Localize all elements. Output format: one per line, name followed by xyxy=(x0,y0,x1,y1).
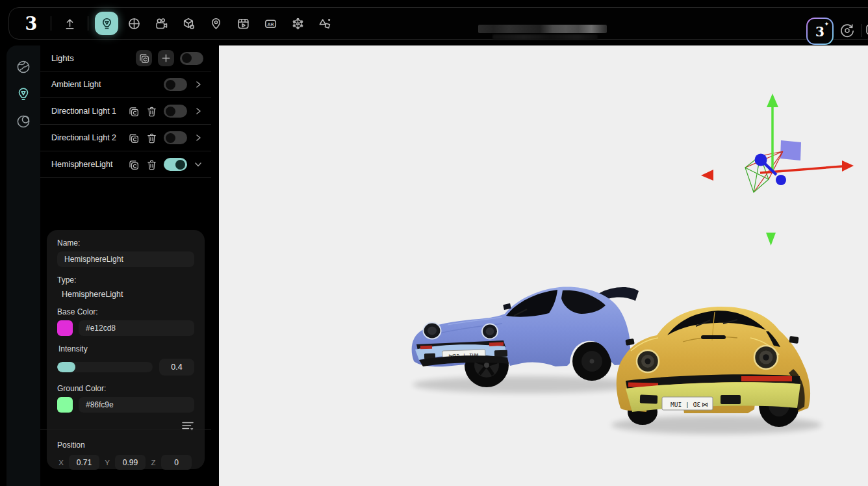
plus-icon xyxy=(160,52,172,64)
left-rail xyxy=(6,45,40,486)
light-row-hemisphere[interactable]: HemisphereLight xyxy=(40,151,211,178)
headlight xyxy=(424,323,441,339)
z-axis-label: Z xyxy=(149,459,157,467)
light-name-input[interactable]: HemisphereLight xyxy=(57,251,194,267)
reflector xyxy=(420,346,432,350)
location-tool-button[interactable] xyxy=(204,12,227,35)
all-lights-toggle[interactable] xyxy=(180,52,203,65)
toolbar-divider xyxy=(88,16,88,31)
y-axis-label: Y xyxy=(103,459,111,467)
name-label: Name: xyxy=(57,238,194,248)
fog-light xyxy=(721,395,741,404)
copy-icon[interactable] xyxy=(127,159,140,171)
panel-separator xyxy=(40,429,211,430)
gizmo-node[interactable] xyxy=(755,154,767,166)
chevron-down-icon[interactable] xyxy=(193,159,203,170)
model-settings-tool-button[interactable] xyxy=(177,12,200,35)
copy-icon[interactable] xyxy=(127,105,140,118)
copy-all-lights-button[interactable] xyxy=(136,50,152,66)
directional-light-2-toggle[interactable] xyxy=(164,131,187,144)
intensity-value-input[interactable]: 0.4 xyxy=(159,359,194,376)
rail-environment-button[interactable] xyxy=(6,53,40,81)
directional-light-1-toggle[interactable] xyxy=(164,105,187,118)
ground-color-input[interactable]: #86fc9e xyxy=(79,397,194,413)
ai-assistant-button[interactable]: 3 ✦ xyxy=(806,18,834,45)
position-y-input[interactable]: 0.99 xyxy=(115,455,146,470)
environment-tool-button[interactable] xyxy=(122,12,146,35)
lightbulb-icon xyxy=(16,86,31,102)
sync-button[interactable] xyxy=(839,22,856,39)
main-toolbar: 3 xyxy=(8,7,868,40)
video-player-icon xyxy=(236,17,250,31)
media-tool-button[interactable] xyxy=(231,12,255,35)
headlight xyxy=(482,324,498,339)
light-row-directional-1[interactable]: Directional Light 1 xyxy=(40,98,211,125)
base-color-swatch[interactable] xyxy=(57,320,73,336)
trash-icon[interactable] xyxy=(146,159,158,171)
gizmo-node[interactable] xyxy=(776,175,786,185)
light-row-directional-2[interactable]: Directional Light 2 xyxy=(40,125,211,151)
top-bar: 3 xyxy=(0,0,868,45)
lights-tool-button[interactable] xyxy=(95,12,118,35)
hood-vent xyxy=(701,335,726,339)
ar-badge-icon: AR xyxy=(264,17,277,31)
position-z-input[interactable]: 0 xyxy=(161,455,192,470)
plate-text: 3D | IUM xyxy=(670,401,700,408)
copy-icon[interactable] xyxy=(127,132,140,144)
options-lines-icon[interactable] xyxy=(181,420,194,432)
position-x-input[interactable]: 0.71 xyxy=(69,455,99,470)
intensity-label: Intensity xyxy=(57,344,194,353)
rail-lights-button[interactable] xyxy=(6,81,40,108)
upload-button[interactable] xyxy=(58,12,81,35)
location-pin-icon xyxy=(209,17,223,31)
project-title-redacted[interactable] xyxy=(478,25,607,33)
car-yellow-porsche[interactable]: ⋈ 3D | IUM xyxy=(606,273,832,439)
network-tool-button[interactable] xyxy=(286,12,309,35)
lights-panel: Lights Ambient Light Directional Light 1… xyxy=(40,45,211,486)
network-nodes-icon xyxy=(291,17,305,31)
trash-icon[interactable] xyxy=(146,132,158,144)
chevron-right-icon[interactable] xyxy=(193,106,203,116)
toolbar-divider xyxy=(51,16,51,31)
lights-panel-header: Lights xyxy=(40,45,211,71)
ar-tool-button[interactable]: AR xyxy=(259,12,282,35)
intensity-slider-fill[interactable] xyxy=(57,362,75,372)
upload-icon xyxy=(63,17,77,31)
ground-color-swatch[interactable] xyxy=(57,397,73,413)
video-camera-icon xyxy=(155,17,168,31)
add-light-button[interactable] xyxy=(158,50,174,66)
side-mirror xyxy=(789,336,798,344)
side-mirror xyxy=(625,339,634,346)
3d-viewport[interactable]: ⋈ 3D | IUM xyxy=(219,45,868,486)
hemisphere-light-detail-card: Name: HemisphereLight Type: HemisphereLi… xyxy=(47,230,205,469)
license-plate: ⋈ 3D | IUM xyxy=(662,397,713,410)
ground-color-label: Ground Color: xyxy=(57,384,194,393)
fog-light xyxy=(494,350,507,357)
globe-icon xyxy=(16,59,31,75)
chevron-right-icon[interactable] xyxy=(193,133,203,143)
fog-light xyxy=(640,395,657,404)
light-row-ambient[interactable]: Ambient Light xyxy=(40,71,211,98)
ambient-light-toggle[interactable] xyxy=(164,78,187,91)
reflector xyxy=(489,342,504,346)
trash-icon[interactable] xyxy=(146,105,158,118)
intensity-slider[interactable] xyxy=(57,362,153,372)
shapes-tool-button[interactable] xyxy=(313,12,337,35)
base-color-input[interactable]: #e12cd8 xyxy=(79,320,194,336)
copy-icon xyxy=(138,52,150,64)
sync-cube-icon xyxy=(839,22,856,39)
chevron-right-icon[interactable] xyxy=(193,79,203,90)
project-subtitle-redacted xyxy=(492,34,598,40)
rail-shadow-button[interactable] xyxy=(6,108,40,135)
hemisphere-light-gizmo[interactable] xyxy=(695,88,858,247)
app-logo[interactable]: 3 xyxy=(18,10,44,36)
position-label: Position xyxy=(57,441,194,450)
headlight xyxy=(754,346,778,369)
shapes-sparkle-icon xyxy=(318,17,332,31)
hemisphere-light-toggle[interactable] xyxy=(164,158,187,171)
camera-tool-button[interactable] xyxy=(149,12,173,35)
moon-sphere-icon xyxy=(16,114,31,129)
chat-button[interactable] xyxy=(865,22,868,39)
gizmo-plane[interactable] xyxy=(780,140,801,160)
x-axis-label: X xyxy=(57,459,65,467)
